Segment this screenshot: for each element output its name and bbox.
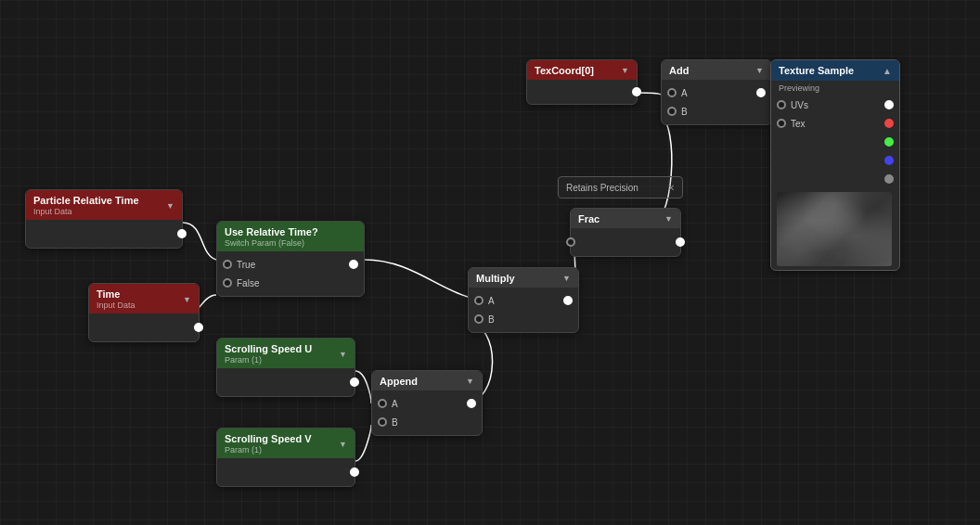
- multiply-expand[interactable]: ▼: [562, 274, 571, 283]
- texture-alpha-out-pin[interactable]: [884, 174, 894, 184]
- append-b-row: B: [372, 413, 482, 431]
- retains-precision-comment: Retains Precision ✕: [558, 176, 683, 198]
- add-title: Add: [669, 65, 689, 76]
- add-a-label: A: [681, 88, 688, 98]
- use-relative-time-true-label: True: [237, 260, 255, 270]
- texcoord-title: TexCoord[0]: [535, 65, 594, 76]
- append-a-pin[interactable]: [378, 399, 387, 408]
- scrolling-speed-v-output-pin[interactable]: [350, 467, 359, 477]
- add-b-label: B: [681, 107, 688, 117]
- append-node: Append ▼ A B: [371, 370, 483, 436]
- multiply-b-pin[interactable]: [474, 314, 484, 324]
- append-expand[interactable]: ▼: [466, 377, 474, 386]
- add-a-row: A: [662, 83, 771, 102]
- frac-input-pin[interactable]: [566, 237, 575, 247]
- use-relative-time-false-row: False: [217, 274, 364, 292]
- texture-preview-label: Previewing: [771, 81, 899, 96]
- time-expand[interactable]: ▼: [183, 295, 191, 304]
- scrolling-speed-v-title: Scrolling Speed V: [225, 433, 312, 444]
- scrolling-speed-v-node: Scrolling Speed V Param (1) ▼: [216, 428, 355, 487]
- use-relative-time-true-row: True: [217, 255, 364, 274]
- multiply-node: Multiply ▼ A B: [468, 267, 579, 333]
- append-b-label: B: [392, 417, 398, 428]
- time-header[interactable]: Time Input Data ▼: [89, 284, 199, 314]
- scrolling-speed-u-title: Scrolling Speed U: [225, 343, 312, 354]
- frac-expand[interactable]: ▼: [664, 214, 673, 224]
- multiply-header[interactable]: Multiply ▼: [469, 268, 578, 288]
- texture-sample-title: Texture Sample: [779, 65, 854, 76]
- time-subtitle: Input Data: [97, 301, 135, 310]
- texture-uvs-label: UVs: [791, 100, 808, 110]
- use-relative-time-title: Use Relative Time?: [225, 226, 318, 237]
- particle-relative-time-output-pin[interactable]: [177, 229, 187, 238]
- texture-preview-image: [777, 192, 892, 266]
- append-header[interactable]: Append ▼: [372, 371, 482, 391]
- texture-blue-out-row: [771, 151, 899, 170]
- multiply-b-label: B: [488, 314, 495, 325]
- particle-relative-time-title: Particle Relative Time: [33, 195, 139, 206]
- add-header[interactable]: Add ▼: [662, 60, 771, 80]
- frac-node: Frac ▼: [570, 208, 681, 257]
- add-b-row: B: [662, 102, 771, 121]
- multiply-b-row: B: [469, 310, 578, 328]
- append-a-row: A: [372, 394, 482, 413]
- scrolling-speed-u-expand[interactable]: ▼: [339, 350, 347, 359]
- texture-alpha-out-row: [771, 170, 899, 188]
- texture-tex-out-pin[interactable]: [884, 119, 894, 128]
- texture-tex-row: Tex: [771, 114, 899, 133]
- texture-green-out-pin[interactable]: [884, 137, 894, 147]
- time-output-pin[interactable]: [194, 323, 203, 332]
- scrolling-speed-u-output-pin[interactable]: [350, 378, 359, 387]
- frac-header[interactable]: Frac ▼: [571, 209, 680, 228]
- texture-sample-scroll-up[interactable]: ▲: [883, 66, 892, 76]
- add-expand[interactable]: ▼: [755, 66, 764, 75]
- texcoord-node: TexCoord[0] ▼: [526, 59, 638, 105]
- texture-uvs-in-pin[interactable]: [777, 100, 786, 109]
- scrolling-speed-u-header[interactable]: Scrolling Speed U Param (1) ▼: [217, 339, 355, 368]
- multiply-a-pin[interactable]: [474, 296, 484, 305]
- use-relative-time-node: Use Relative Time? Switch Param (False) …: [216, 221, 365, 297]
- multiply-out-pin[interactable]: [563, 296, 573, 305]
- scrolling-speed-v-subtitle: Param (1): [225, 445, 312, 455]
- multiply-title: Multiply: [476, 273, 515, 284]
- texture-tex-label: Tex: [791, 119, 806, 129]
- add-a-pin[interactable]: [667, 88, 677, 97]
- add-node: Add ▼ A B: [661, 59, 772, 125]
- texture-uvs-out-pin[interactable]: [884, 100, 894, 109]
- use-relative-time-true-pin[interactable]: [223, 260, 232, 269]
- append-out-pin[interactable]: [467, 399, 476, 408]
- texture-uvs-row: UVs: [771, 96, 899, 114]
- scrolling-speed-v-header[interactable]: Scrolling Speed V Param (1) ▼: [217, 429, 355, 458]
- add-b-pin[interactable]: [667, 107, 677, 116]
- use-relative-time-true-out[interactable]: [349, 260, 358, 269]
- scrolling-speed-u-subtitle: Param (1): [225, 355, 312, 365]
- texcoord-header[interactable]: TexCoord[0] ▼: [527, 60, 637, 80]
- frac-output-pin[interactable]: [676, 237, 685, 247]
- scrolling-speed-u-node: Scrolling Speed U Param (1) ▼: [216, 338, 355, 397]
- texture-sample-node: Texture Sample ▲ Previewing UVs Tex: [770, 59, 900, 271]
- use-relative-time-header[interactable]: Use Relative Time? Switch Param (False): [217, 222, 364, 251]
- time-node: Time Input Data ▼: [88, 283, 200, 342]
- texcoord-output-pin[interactable]: [632, 87, 641, 96]
- append-b-pin[interactable]: [378, 417, 387, 427]
- particle-relative-time-header[interactable]: Particle Relative Time Input Data ▼: [26, 190, 182, 220]
- use-relative-time-false-label: False: [237, 278, 259, 288]
- particle-relative-time-subtitle: Input Data: [33, 207, 139, 216]
- append-a-label: A: [392, 399, 398, 409]
- add-out-pin[interactable]: [756, 88, 766, 97]
- retains-precision-close[interactable]: ✕: [667, 183, 675, 193]
- scrolling-speed-v-expand[interactable]: ▼: [339, 440, 347, 449]
- multiply-a-row: A: [469, 291, 578, 310]
- retains-precision-label: Retains Precision: [566, 183, 638, 193]
- frac-title: Frac: [578, 213, 600, 224]
- time-title: Time: [97, 288, 135, 300]
- use-relative-time-false-pin[interactable]: [223, 278, 232, 288]
- texture-green-out-row: [771, 133, 899, 151]
- texcoord-expand[interactable]: ▼: [621, 66, 629, 75]
- texture-tex-in-pin[interactable]: [777, 119, 786, 128]
- texture-sample-header[interactable]: Texture Sample ▲: [771, 60, 899, 81]
- append-title: Append: [380, 376, 418, 387]
- multiply-a-label: A: [488, 296, 495, 306]
- particle-relative-time-expand[interactable]: ▼: [166, 201, 174, 211]
- texture-blue-out-pin[interactable]: [884, 156, 894, 165]
